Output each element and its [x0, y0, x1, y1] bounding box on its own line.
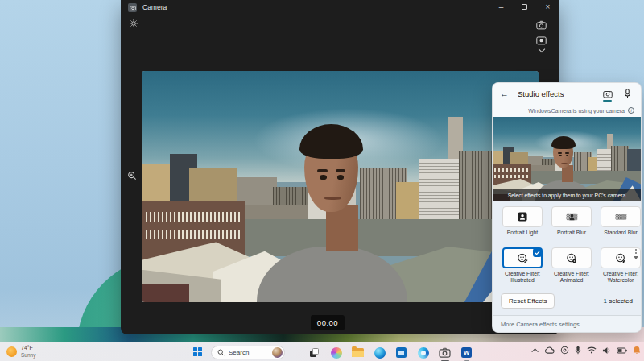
- wifi-icon: [587, 346, 597, 354]
- tray-battery[interactable]: [617, 347, 627, 354]
- microphone-icon: [575, 346, 581, 355]
- file-explorer-icon: [352, 348, 364, 357]
- photos-icon: [418, 347, 429, 359]
- weather-widget[interactable]: 74°F Sunny: [6, 344, 35, 359]
- person-neck: [562, 165, 574, 182]
- reset-effects-button[interactable]: Reset Effects: [501, 293, 555, 309]
- tray-expand-button[interactable]: [534, 348, 539, 353]
- photo-mode-button[interactable]: [536, 35, 547, 52]
- switch-camera-button[interactable]: [536, 20, 547, 30]
- effects-footer-row: Reset Effects 1 selected: [493, 288, 641, 315]
- microphone-icon: [624, 89, 631, 98]
- search-placeholder: Search: [229, 349, 268, 356]
- taskbar-item-word[interactable]: W: [460, 346, 473, 359]
- weather-temp: 74°F: [21, 344, 35, 351]
- more-camera-effects-settings-link[interactable]: More Camera effects settings: [493, 316, 641, 332]
- camera-usage-note-row: WindowsCamera is using your camera i: [493, 104, 641, 117]
- microphone-tab[interactable]: [621, 85, 634, 102]
- portrait-light-icon: [517, 212, 528, 222]
- tray-volume[interactable]: [602, 346, 611, 355]
- camera-tab[interactable]: [601, 85, 614, 102]
- effect-standard-blur: Standard Blur: [599, 206, 642, 243]
- effect-label: Portrait Blur: [550, 230, 593, 243]
- back-button[interactable]: ←: [500, 89, 511, 98]
- camera-taskbar-icon: [439, 347, 451, 358]
- effect-label: Creative Filter: Animated: [550, 271, 593, 284]
- active-tab-underline: [603, 100, 612, 102]
- effect-label: Portrait Light: [501, 230, 544, 243]
- window-title: Camera: [142, 3, 167, 11]
- studio-effects-header: ← Studio effects: [493, 83, 641, 104]
- effect-label: Standard Blur: [599, 230, 642, 243]
- weather-condition: Sunny: [21, 351, 35, 359]
- camera-feed-scene: [493, 117, 641, 201]
- taskbar-item-file-explorer[interactable]: [351, 346, 365, 359]
- taskbar: 74°F Sunny Search W: [0, 342, 644, 361]
- portrait-blur-button[interactable]: [551, 206, 592, 227]
- effect-creative-filter-illustrated: Creative Filter: Illustrated: [501, 247, 544, 284]
- close-button[interactable]: ×: [536, 0, 559, 14]
- scrollbar[interactable]: [634, 249, 638, 259]
- search-icon: [217, 349, 225, 356]
- edge-icon: [374, 347, 386, 359]
- taskbar-item-task-view[interactable]: [308, 346, 321, 359]
- maximize-button[interactable]: [513, 0, 536, 14]
- selected-check-icon: [533, 248, 542, 257]
- taskbar-item-store[interactable]: [394, 346, 408, 359]
- magnifier-plus-icon: [127, 171, 137, 180]
- copilot-icon: [331, 347, 342, 359]
- gear-icon: [129, 19, 138, 28]
- camera-settings-button[interactable]: [127, 17, 140, 30]
- creative-filter-illustrated-button[interactable]: [502, 247, 543, 268]
- zoom-control-button[interactable]: [126, 169, 138, 182]
- creative-filter-animated-button[interactable]: [551, 247, 592, 268]
- camera-feed-scene: [142, 71, 539, 302]
- scroll-down-icon: [634, 256, 638, 259]
- taskbar-item-camera[interactable]: [438, 346, 452, 359]
- search-highlight-icon: [272, 347, 283, 358]
- camera-viewfinder: [142, 71, 539, 302]
- update-circle-icon: [560, 346, 569, 355]
- selected-count: 1 selected: [604, 297, 633, 305]
- sun-icon: [6, 346, 17, 357]
- tray-microphone[interactable]: [575, 346, 581, 355]
- tray-update[interactable]: [560, 346, 569, 355]
- start-button[interactable]: [193, 347, 203, 357]
- cloud-icon: [544, 346, 555, 354]
- camera-titlebar: Camera – ×: [121, 0, 559, 15]
- tray-wifi[interactable]: [587, 346, 597, 354]
- search-box[interactable]: Search: [211, 346, 285, 359]
- preview-caption: Select effects to apply them to your PC'…: [493, 189, 641, 201]
- usage-note: WindowsCamera is using your camera: [528, 108, 625, 114]
- person-neck: [326, 205, 357, 251]
- effects-preview: Select effects to apply them to your PC'…: [493, 117, 641, 201]
- taskbar-item-edge[interactable]: [373, 346, 386, 359]
- info-icon[interactable]: i: [628, 107, 634, 114]
- camera-app-icon: [128, 3, 137, 12]
- tray-onedrive[interactable]: [544, 346, 555, 354]
- portrait-light-button[interactable]: [502, 206, 543, 227]
- minimize-button[interactable]: –: [489, 0, 513, 14]
- speaker-icon: [602, 346, 611, 355]
- taskbar-item-photos[interactable]: [416, 346, 430, 359]
- chevron-down-icon[interactable]: [538, 46, 544, 52]
- tray-notification-bell[interactable]: [633, 346, 641, 355]
- creative-filter-watercolor-icon: [615, 253, 626, 263]
- word-icon: W: [461, 347, 472, 358]
- take-photo-icon: [536, 35, 547, 45]
- switch-camera-icon: [536, 20, 547, 30]
- recording-timer: 00:00: [311, 315, 345, 330]
- studio-effects-panel: ← Studio effects WindowsCamera is using …: [492, 82, 642, 333]
- desktop: Camera – ×: [0, 0, 644, 361]
- portrait-blur-icon: [566, 212, 578, 222]
- task-view-icon: [308, 346, 320, 359]
- effect-portrait-blur: Portrait Blur: [550, 206, 593, 243]
- panel-title: Studio effects: [518, 89, 595, 98]
- creative-filter-illustrated-icon: [517, 253, 528, 263]
- chevron-up-icon: [531, 348, 538, 355]
- standard-blur-button[interactable]: [601, 206, 641, 227]
- effect-creative-filter-animated: Creative Filter: Animated: [550, 247, 593, 284]
- taskbar-item-copilot[interactable]: [329, 346, 343, 359]
- creative-filter-animated-icon: [566, 253, 577, 263]
- maximize-icon: [522, 4, 527, 10]
